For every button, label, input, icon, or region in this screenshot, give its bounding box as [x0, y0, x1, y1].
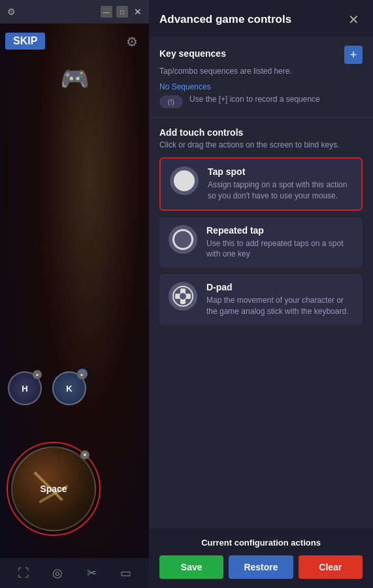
scissors-icon[interactable]: ✂ — [81, 563, 102, 583]
svg-point-3 — [180, 293, 186, 300]
repeated-tap-title: Repeated tap — [206, 225, 353, 236]
tap-spot-text: Tap spot Assign tapping on a spot with t… — [208, 166, 352, 202]
dpad-desc: Map the movement of your character or th… — [206, 295, 353, 317]
fullscreen-icon[interactable]: ⛶ — [13, 563, 34, 583]
maximize-button[interactable]: □ — [116, 6, 128, 18]
footer-title: Current configuration actions — [159, 538, 363, 548]
dpad-icon — [172, 285, 194, 307]
restore-button[interactable]: Restore — [229, 555, 293, 579]
repeated-tap-icon-container — [169, 225, 197, 254]
key-sequences-section: Key sequences + Tap/combo sequences are … — [149, 37, 373, 118]
game-titlebar: ⚙ — □ ✕ — [0, 0, 149, 23]
space-button-container: Space × — [7, 442, 101, 536]
repeated-tap-text: Repeated tap Use this to add repeated ta… — [206, 225, 353, 260]
tap-spot-desc: Assign tapping on a spot with this actio… — [208, 179, 352, 202]
panel-header: Advanced game controls ✕ — [149, 0, 373, 37]
key-sequences-desc: Tap/combo sequences are listed here. — [159, 67, 363, 76]
game-panel: ⚙ — □ ✕ SKIP ⚙ 🎮 H × K 3 × Space × ⛶ ◎ ✂… — [0, 0, 149, 588]
location-icon[interactable]: ◎ — [47, 563, 68, 583]
panel-footer: Current configuration actions Save Resto… — [149, 529, 373, 588]
panel-body: Key sequences + Tap/combo sequences are … — [149, 37, 373, 529]
sequence-record-icon: (!) — [159, 95, 183, 108]
touch-controls-desc: Click or drag the actions on the screen … — [159, 140, 363, 149]
game-gear-icon[interactable]: ⚙ — [123, 33, 141, 51]
settings-icon[interactable]: ⚙ — [5, 6, 17, 18]
touch-controls-section: Add touch controls Click or drag the act… — [149, 118, 373, 341]
bottom-controls-bar: ⛶ ◎ ✂ ▭ — [0, 558, 149, 588]
footer-buttons: Save Restore Clear — [159, 555, 363, 579]
dpad-card[interactable]: D-pad Map the movement of your character… — [159, 274, 363, 325]
repeated-tap-desc: Use this to add repeated taps on a spot … — [206, 238, 353, 260]
tap-spot-icon — [174, 170, 195, 191]
btn-h-close-badge: × — [33, 370, 42, 379]
sequence-row: (!) Use the [+] icon to record a sequenc… — [159, 94, 363, 108]
btn-h-label: H — [22, 384, 27, 394]
tap-spot-card[interactable]: Tap spot Assign tapping on a spot with t… — [159, 157, 363, 211]
gamepad-icon: 🎮 — [60, 65, 89, 93]
tap-spot-title: Tap spot — [208, 166, 352, 177]
sequence-help-text: Use the [+] icon to record a sequence — [189, 94, 320, 105]
layout-icon[interactable]: ▭ — [115, 563, 136, 583]
no-sequences-label: No Sequences — [159, 82, 363, 91]
key-sequences-header: Key sequences + — [159, 46, 363, 64]
tap-spot-icon-container — [170, 166, 199, 195]
add-sequence-button[interactable]: + — [344, 46, 363, 64]
skip-button[interactable]: SKIP — [5, 33, 45, 50]
dpad-icon-container — [169, 282, 197, 311]
space-button[interactable]: Space × — [11, 446, 96, 531]
clear-button[interactable]: Clear — [299, 555, 363, 579]
dpad-title: D-pad — [206, 282, 353, 292]
repeated-tap-icon — [172, 229, 193, 250]
panel-title: Advanced game controls — [159, 13, 291, 26]
touch-controls-title: Add touch controls — [159, 127, 363, 138]
save-button[interactable]: Save — [159, 555, 223, 579]
right-panel: Advanced game controls ✕ Key sequences +… — [149, 0, 373, 588]
btn-k-label: K — [66, 384, 72, 394]
repeated-tap-card[interactable]: Repeated tap Use this to add repeated ta… — [159, 217, 363, 268]
dpad-text: D-pad Map the movement of your character… — [206, 282, 353, 317]
minimize-button[interactable]: — — [101, 6, 112, 18]
btn-k-close-badge: × — [77, 370, 86, 379]
close-button[interactable]: ✕ — [132, 6, 144, 18]
action-btn-h[interactable]: H × — [8, 371, 42, 405]
panel-close-button[interactable]: ✕ — [344, 10, 363, 29]
space-close-badge: × — [80, 450, 89, 459]
key-sequences-title: Key sequences — [159, 48, 226, 59]
space-label: Space — [40, 484, 67, 494]
action-btn-k[interactable]: K 3 × — [52, 371, 86, 405]
